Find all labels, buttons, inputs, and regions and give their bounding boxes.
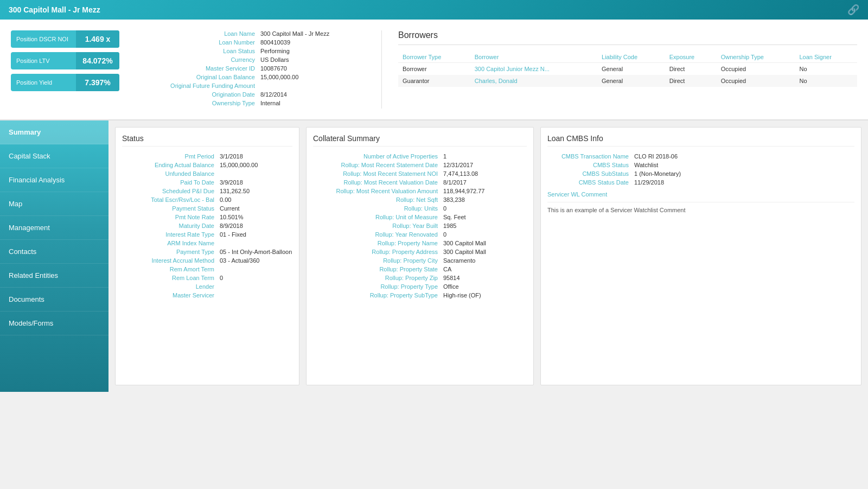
cmbs-field-row: CMBS StatusWatchlist [547, 162, 854, 168]
borrowers-col-header: Exposure [665, 52, 717, 63]
status-field-label: Maturity Date [122, 223, 220, 229]
collateral-field-value: 12/31/2017 [443, 162, 473, 168]
collateral-field-row: Rollup: Most Recent Valuation Date8/1/20… [313, 179, 527, 186]
collateral-field-value: 1985 [443, 223, 456, 229]
status-field-label: Interest Rate Type [122, 231, 220, 238]
borrowers-cell: No [795, 75, 857, 87]
collateral-field-label: Rollup: Property SubType [313, 292, 443, 299]
loan-detail-value: 800410039 [260, 39, 290, 46]
borrowers-cell: Borrower [398, 63, 470, 75]
cmbs-field-label: CMBS Transaction Name [547, 153, 634, 160]
collateral-field-row: Rollup: Property Name300 Capitol Mall [313, 240, 527, 246]
borrowers-row: Borrower300 Capitol Junior Mezz N...Gene… [398, 63, 857, 75]
collateral-field-row: Number of Active Properties1 [313, 153, 527, 160]
app-header: 300 Capitol Mall - Jr Mezz 🔗 [0, 0, 868, 20]
borrower-link[interactable]: Charles, Donald [475, 78, 518, 84]
cmbs-field-value: CLO RI 2018-06 [634, 153, 678, 160]
borrowers-col-header: Borrower [470, 52, 597, 63]
loan-detail-value: US Dollars [260, 56, 289, 63]
borrowers-col-header: Loan Signer [795, 52, 857, 63]
sidebar-item-contacts[interactable]: Contacts [0, 240, 108, 264]
status-field-row: Pmt Period3/1/2018 [122, 153, 292, 160]
borrowers-col-header: Borrower Type [398, 52, 470, 63]
sidebar-item-capital-stack[interactable]: Capital Stack [0, 144, 108, 168]
borrowers-cell: Charles, Donald [470, 75, 597, 87]
status-field-value: Current [220, 205, 240, 212]
collateral-field-value: 0 [443, 205, 446, 212]
loan-detail-value: 15,000,000.00 [260, 74, 298, 80]
sidebar: SummaryCapital StackFinancial AnalysisMa… [0, 120, 108, 392]
sidebar-item-summary[interactable]: Summary [0, 120, 108, 144]
collateral-field-label: Number of Active Properties [313, 153, 443, 160]
loan-detail-label: Currency [141, 56, 260, 63]
loan-detail-label: Loan Number [141, 39, 260, 46]
loan-detail-value: 300 Capitol Mall - Jr Mezz [260, 30, 329, 37]
cmbs-title: Loan CMBS Info [547, 134, 854, 147]
borrowers-table: Borrower TypeBorrowerLiability CodeExpos… [398, 52, 857, 87]
loan-detail-label: Ownership Type [141, 100, 260, 106]
collateral-field-row: Rollup: Year Renovated0 [313, 231, 527, 238]
loan-detail-row: Loan StatusPerforming [141, 48, 371, 54]
collateral-field-row: Rollup: Most Recent Statement Date12/31/… [313, 162, 527, 168]
loan-detail-row: Original Loan Balance15,000,000.00 [141, 74, 371, 80]
status-field-value: 03 - Actual/360 [220, 257, 259, 264]
borrowers-title: Borrowers [398, 30, 857, 45]
collateral-field-label: Rollup: Most Recent Statement NOI [313, 170, 443, 177]
collateral-field-row: Rollup: Net Sqft383,238 [313, 196, 527, 203]
status-field-label: Payment Type [122, 249, 220, 255]
cmbs-panel: Loan CMBS Info CMBS Transaction NameCLO … [540, 127, 861, 385]
status-field-row: Interest Accrual Method03 - Actual/360 [122, 257, 292, 264]
collateral-field-label: Rollup: Year Renovated [313, 231, 443, 238]
borrower-link[interactable]: 300 Capitol Junior Mezz N... [475, 66, 550, 72]
collateral-field-row: Rollup: Property Zip95814 [313, 275, 527, 281]
sidebar-item-models/forms[interactable]: Models/Forms [0, 312, 108, 335]
collateral-field-label: Rollup: Most Recent Statement Date [313, 162, 443, 168]
cmbs-field-row: CMBS Status Date11/29/2018 [547, 179, 854, 186]
collateral-field-label: Rollup: Property Zip [313, 275, 443, 281]
loan-detail-value: 10087670 [260, 65, 287, 72]
status-field-label: Pmt Note Rate [122, 214, 220, 220]
collateral-field-value: 300 Capitol Mall [443, 249, 486, 255]
status-field-value: 8/9/2018 [220, 223, 243, 229]
status-title: Status [122, 134, 292, 147]
borrowers-section: Borrowers Borrower TypeBorrowerLiability… [381, 30, 857, 109]
collateral-field-label: Rollup: Property City [313, 257, 443, 264]
status-field-label: Pmt Period [122, 153, 220, 160]
metrics-column: Position DSCR NOI1.469 xPosition LTV84.0… [11, 30, 130, 109]
collateral-field-row: Rollup: Property StateCA [313, 266, 527, 272]
sidebar-item-management[interactable]: Management [0, 216, 108, 240]
loan-detail-label: Master Servicer ID [141, 65, 260, 72]
collateral-field-value: Office [443, 283, 459, 290]
status-field-row: Scheduled P&I Due131,262.50 [122, 188, 292, 194]
status-field-row: Total Escr/Rsv/Loc - Bal0.00 [122, 196, 292, 203]
status-field-label: Unfunded Balance [122, 170, 220, 177]
metric-value: 84.072% [76, 52, 119, 69]
sidebar-item-map[interactable]: Map [0, 192, 108, 216]
collateral-field-label: Rollup: Most Recent Valuation Amount [313, 188, 443, 194]
collateral-field-label: Rollup: Property Address [313, 249, 443, 255]
loan-detail-label: Loan Status [141, 48, 260, 54]
status-field-label: Ending Actual Balance [122, 162, 220, 168]
status-field-label: Lender [122, 283, 220, 290]
loan-detail-label: Original Future Funding Amount [141, 82, 260, 89]
collateral-field-value: High-rise (OF) [443, 292, 481, 299]
borrowers-cell: Guarantor [398, 75, 470, 87]
sidebar-item-documents[interactable]: Documents [0, 288, 108, 312]
borrowers-col-header: Liability Code [597, 52, 665, 63]
collateral-field-label: Rollup: Property State [313, 266, 443, 272]
collateral-field-label: Rollup: Property Type [313, 283, 443, 290]
loan-detail-row: Origination Date8/12/2014 [141, 91, 371, 98]
sidebar-item-financial-analysis[interactable]: Financial Analysis [0, 168, 108, 192]
metric-label: Position Yield [11, 75, 76, 90]
collateral-field-label: Rollup: Net Sqft [313, 196, 443, 203]
collateral-field-label: Rollup: Units [313, 205, 443, 212]
loan-detail-row: Ownership TypeInternal [141, 100, 371, 106]
borrowers-cell: Direct [665, 63, 717, 75]
app-title: 300 Capitol Mall - Jr Mezz [9, 5, 100, 14]
sidebar-item-related-entities[interactable]: Related Entities [0, 264, 108, 288]
status-field-row: Rem Loan Term0 [122, 275, 292, 281]
collateral-field-row: Rollup: Property SubTypeHigh-rise (OF) [313, 292, 527, 299]
main-layout: SummaryCapital StackFinancial AnalysisMa… [0, 120, 868, 392]
collateral-field-value: CA [443, 266, 451, 272]
collateral-field-row: Rollup: Property TypeOffice [313, 283, 527, 290]
